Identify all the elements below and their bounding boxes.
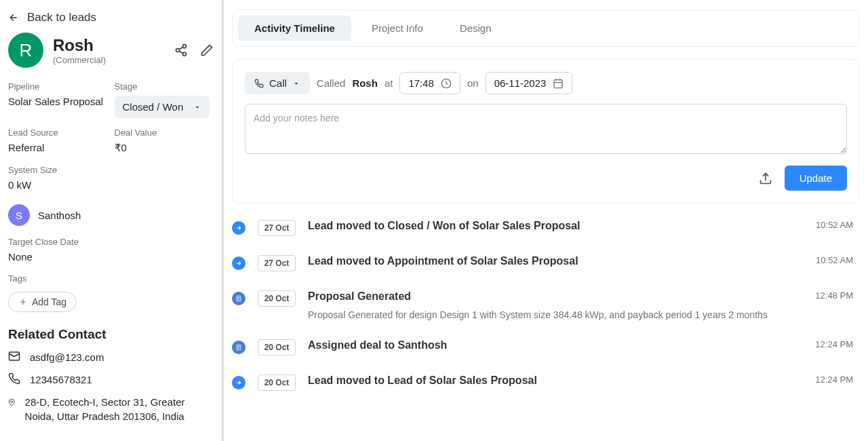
timeline-title: Lead moved to Lead of Solar Sales Propos… [308,375,803,387]
upload-button[interactable] [759,172,772,185]
document-icon [232,341,245,354]
tab-activity-timeline[interactable]: Activity Timeline [238,16,351,41]
timeline-date: 20 Oct [258,375,296,391]
activity-type-value: Call [269,77,287,89]
main-content: Activity Timeline Project Info Design Ca… [224,0,868,441]
contact-email: asdfg@123.com [30,350,104,364]
stage-select[interactable]: Closed / Won [115,96,210,118]
share-button[interactable] [174,43,188,57]
calendar-icon [553,78,564,89]
timeline-item: 20 Oct Proposal Generated Proposal Gener… [232,281,860,330]
owner-row[interactable]: S Santhosh [8,204,214,226]
timeline-title: Lead moved to Closed / Won of Solar Sale… [308,220,804,232]
svg-rect-6 [554,79,562,88]
time-input[interactable]: 17:48 [399,72,460,94]
timeline-item: 20 Oct Assigned deal to Santhosh 12:24 P… [232,330,860,365]
add-tag-label: Add Tag [32,296,66,307]
svg-point-1 [176,49,180,52]
timeline-time: 12:24 PM [815,375,853,385]
arrow-right-icon [232,376,245,389]
on-label: on [467,77,479,89]
date-value: 06-11-2023 [494,77,547,89]
target-close-label: Target Close Date [8,237,214,247]
contact-address-row: 28-D, Ecotech-I, Sector 31, Greater Noid… [8,395,214,423]
svg-point-2 [183,52,186,56]
timeline-subtitle: Proposal Generated for design Design 1 w… [308,309,803,320]
timeline-title: Assigned deal to Santhosh [308,339,803,351]
edit-button[interactable] [200,43,214,57]
timeline-date: 27 Oct [258,255,296,271]
called-who: Rosh [352,77,378,89]
timeline-item: 27 Oct Lead moved to Closed / Won of Sol… [232,210,860,246]
called-label: Called [317,77,346,89]
owner-avatar: S [8,204,30,226]
arrow-right-icon [232,221,245,235]
deal-value-label: Deal Value [115,128,214,138]
lead-source-value: Referral [8,142,108,153]
tabs: Activity Timeline Project Info Design [232,9,860,47]
time-value: 17:48 [408,77,434,89]
phone-icon [254,79,264,88]
arrow-right-icon [232,256,245,270]
timeline-date: 20 Oct [258,339,296,356]
timeline-time: 12:24 PM [815,339,853,349]
timeline: 27 Oct Lead moved to Closed / Won of Sol… [232,210,860,400]
timeline-title: Proposal Generated [308,290,803,303]
tags-label: Tags [8,273,214,284]
at-label: at [384,77,393,89]
deal-value: ₹0 [115,142,214,154]
arrow-left-icon [8,12,19,23]
activity-type-select[interactable]: Call [245,72,310,94]
mail-icon [8,350,20,362]
timeline-time: 10:52 AM [816,220,853,230]
notes-textarea[interactable] [245,104,847,154]
activity-composer: Call Called Rosh at 17:48 on 06-11-2023 … [232,59,860,204]
timeline-title: Lead moved to Appointment of Solar Sales… [308,255,804,267]
contact-address: 28-D, Ecotech-I, Sector 31, Greater Noid… [25,395,214,423]
back-label: Back to leads [27,11,96,24]
plus-icon [18,297,28,307]
pipeline-label: Pipeline [8,81,108,92]
upload-icon [759,172,772,185]
contact-email-row[interactable]: asdfg@123.com [8,350,214,364]
svg-point-4 [11,401,13,403]
related-contact-heading: Related Contact [8,327,214,342]
contact-phone: 12345678321 [30,372,92,387]
share-icon [174,43,188,57]
system-size-value: 0 kW [8,179,214,191]
timeline-item: 27 Oct Lead moved to Appointment of Sola… [232,246,860,281]
date-input[interactable]: 06-11-2023 [486,72,573,94]
document-icon [232,292,245,305]
lead-avatar: R [8,33,43,68]
pipeline-value: Solar Sales Proposal [8,96,108,107]
lead-type: (Commercial) [53,55,106,65]
pencil-icon [200,43,214,57]
timeline-time: 12:48 PM [815,290,853,301]
update-button[interactable]: Update [785,166,847,191]
lead-name: Rosh [53,36,106,55]
contact-phone-row[interactable]: 12345678321 [8,372,214,387]
svg-point-0 [183,45,186,48]
stage-value: Closed / Won [123,101,184,113]
lead-source-label: Lead Source [8,128,108,138]
tab-project-info[interactable]: Project Info [355,16,439,41]
owner-name: Santhosh [38,210,81,221]
chevron-down-icon [193,103,201,111]
tab-design[interactable]: Design [443,16,508,41]
timeline-time: 10:52 AM [816,255,853,265]
lead-sidebar: Back to leads R Rosh (Commercial) Pipeli… [0,0,224,441]
map-pin-icon [8,396,16,408]
system-size-label: System Size [8,165,214,175]
stage-label: Stage [115,81,214,92]
clock-icon [441,78,452,89]
add-tag-button[interactable]: Add Tag [8,292,77,312]
chevron-down-icon [292,79,300,88]
back-to-leads[interactable]: Back to leads [8,11,214,24]
timeline-date: 27 Oct [258,220,296,236]
target-close-value: None [8,251,214,263]
phone-icon [8,372,20,385]
timeline-date: 20 Oct [258,290,296,307]
timeline-item: 20 Oct Lead moved to Lead of Solar Sales… [232,365,860,400]
lead-header: R Rosh (Commercial) [8,33,106,68]
